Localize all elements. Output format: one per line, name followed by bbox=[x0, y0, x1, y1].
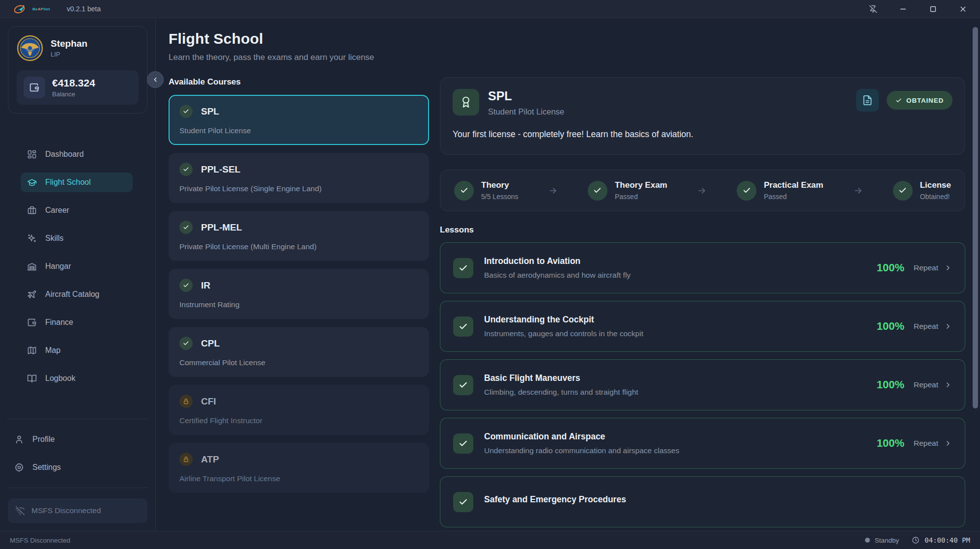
balance-box: €418.324 Balance bbox=[17, 70, 139, 105]
sidebar-item-profile[interactable]: Profile bbox=[8, 430, 147, 449]
chevron-right-icon[interactable] bbox=[944, 381, 952, 389]
maximize-button[interactable] bbox=[929, 5, 937, 13]
course-card-ir[interactable]: IR Instrument Rating bbox=[169, 269, 429, 319]
course-card-spl[interactable]: SPL Student Pilot License bbox=[169, 95, 429, 145]
course-card-ppl-sel[interactable]: PPL-SEL Private Pilot License (Single En… bbox=[169, 153, 429, 203]
course-card-atp[interactable]: ATP Airline Transport Pilot License bbox=[169, 443, 429, 493]
sidebar-item-settings[interactable]: Settings bbox=[8, 458, 147, 477]
scrollbar-thumb[interactable] bbox=[973, 27, 978, 408]
courses-column: Available Courses SPL Student Pilot Lice… bbox=[169, 77, 429, 527]
nav-item-label: Map bbox=[45, 346, 60, 355]
award-icon bbox=[453, 89, 479, 116]
sidebar-item-dashboard[interactable]: Dashboard bbox=[21, 144, 133, 164]
sidebar-item-finance[interactable]: Finance bbox=[21, 313, 133, 332]
lock-icon bbox=[179, 453, 193, 466]
course-code: CPL bbox=[201, 338, 220, 349]
lesson-card[interactable]: Understanding the Cockpit Instruments, g… bbox=[440, 301, 965, 352]
step-label: Practical Exam bbox=[764, 180, 823, 190]
lesson-card[interactable]: Safety and Emergency Procedures bbox=[440, 476, 965, 527]
lesson-repeat-button[interactable]: Repeat bbox=[914, 380, 938, 389]
lesson-check-icon bbox=[453, 433, 473, 454]
avatar bbox=[17, 35, 43, 61]
detail-course-name: Student Pilot License bbox=[488, 107, 564, 116]
arrow-right-icon bbox=[853, 186, 863, 196]
sidebar-divider bbox=[7, 419, 148, 419]
chevron-left-icon bbox=[152, 76, 159, 83]
lesson-description: Understanding radio communication and ai… bbox=[484, 446, 679, 455]
sidebar-item-career[interactable]: Career bbox=[21, 201, 133, 220]
course-overview-card: SPL Student Pilot License OBTAINED bbox=[440, 77, 965, 155]
app-window: BeAPilot v0.2.1 beta bbox=[0, 0, 980, 549]
sparkles-icon bbox=[27, 233, 37, 243]
profile-name: Stephan bbox=[51, 38, 87, 49]
sidebar: Stephan LIP €418.324 Balance Dashboard bbox=[0, 18, 156, 531]
course-card-cpl[interactable]: CPL Commercial Pilot License bbox=[169, 327, 429, 377]
pin-off-icon[interactable] bbox=[869, 5, 877, 13]
sidebar-nav: Dashboard Flight School Career Skills Ha… bbox=[8, 132, 147, 399]
msfs-connection-button[interactable]: MSFS Disconnected bbox=[8, 498, 147, 523]
check-circle-icon bbox=[179, 163, 193, 176]
progress-step: Practical Exam Passed bbox=[737, 180, 823, 201]
lesson-repeat-button[interactable]: Repeat bbox=[914, 322, 938, 331]
wallet-icon bbox=[27, 318, 37, 327]
chevron-right-icon[interactable] bbox=[944, 322, 952, 330]
sidebar-item-flight-school[interactable]: Flight School bbox=[21, 173, 133, 192]
lesson-repeat-button[interactable]: Repeat bbox=[914, 439, 938, 448]
status-badge: OBTAINED bbox=[887, 91, 952, 110]
course-name: Instrument Rating bbox=[179, 300, 418, 309]
close-button[interactable] bbox=[959, 5, 967, 13]
clock-icon bbox=[912, 536, 920, 544]
course-code: PPL-SEL bbox=[201, 164, 240, 175]
lesson-repeat-button[interactable]: Repeat bbox=[914, 263, 938, 272]
chevron-right-icon[interactable] bbox=[944, 439, 952, 447]
nav-item-label: Logbook bbox=[45, 374, 75, 383]
step-label: Theory Exam bbox=[615, 180, 667, 190]
lesson-progress: 100% bbox=[877, 437, 904, 450]
course-name: Private Pilot License (Multi Engine Land… bbox=[179, 242, 418, 251]
status-dot-icon bbox=[865, 538, 870, 543]
lesson-check-icon bbox=[453, 317, 473, 337]
course-code: SPL bbox=[201, 106, 219, 117]
sidebar-item-logbook[interactable]: Logbook bbox=[21, 369, 133, 388]
gear-icon bbox=[14, 462, 24, 472]
course-name: Student Pilot License bbox=[179, 126, 418, 135]
sidebar-item-map[interactable]: Map bbox=[21, 341, 133, 360]
graduation-cap-icon bbox=[27, 177, 37, 187]
chevron-right-icon[interactable] bbox=[944, 264, 952, 272]
license-document-button[interactable] bbox=[856, 89, 879, 112]
sidebar-item-skills[interactable]: Skills bbox=[21, 229, 133, 248]
sidebar-item-hangar[interactable]: Hangar bbox=[21, 257, 133, 276]
step-sublabel: 5/5 Lessons bbox=[481, 193, 519, 201]
lesson-progress: 100% bbox=[877, 378, 904, 391]
nav-item-label: Aircraft Catalog bbox=[45, 290, 99, 299]
lesson-card[interactable]: Basic Flight Maneuvers Climbing, descend… bbox=[440, 359, 965, 410]
nav-item-label: Profile bbox=[32, 435, 55, 444]
statusbar: MSFS Disconnected Standby 04:00:40 PM bbox=[0, 531, 980, 549]
course-code: CFI bbox=[201, 396, 216, 407]
check-circle-icon bbox=[179, 337, 193, 350]
main-content: Flight School Learn the theory, pass the… bbox=[156, 18, 980, 531]
lesson-progress: 100% bbox=[877, 261, 904, 274]
lesson-check-icon bbox=[453, 492, 473, 512]
step-sublabel: Passed bbox=[764, 193, 823, 201]
lesson-title: Communication and Airspace bbox=[484, 432, 679, 442]
wallet-icon bbox=[24, 77, 45, 98]
arrow-right-icon bbox=[697, 186, 707, 196]
lesson-card[interactable]: Introduction to Aviation Basics of aerod… bbox=[440, 242, 965, 293]
lesson-list: Introduction to Aviation Basics of aerod… bbox=[440, 242, 965, 527]
wifi-off-icon bbox=[15, 506, 25, 516]
course-card-cfi[interactable]: CFI Certified Flight Instructor bbox=[169, 385, 429, 435]
map-icon bbox=[27, 346, 37, 355]
sidebar-collapse-button[interactable] bbox=[147, 71, 164, 88]
lesson-title: Introduction to Aviation bbox=[484, 256, 631, 266]
nav-item-label: Skills bbox=[45, 234, 63, 243]
course-list: SPL Student Pilot License PPL-SEL Privat… bbox=[169, 95, 429, 493]
sidebar-item-aircraft-catalog[interactable]: Aircraft Catalog bbox=[21, 285, 133, 304]
nav-item-label: Finance bbox=[45, 318, 73, 327]
course-card-ppl-mel[interactable]: PPL-MEL Private Pilot License (Multi Eng… bbox=[169, 211, 429, 261]
course-detail-column: SPL Student Pilot License OBTAINED bbox=[440, 77, 965, 527]
lesson-card[interactable]: Communication and Airspace Understanding… bbox=[440, 418, 965, 469]
progress-step: Theory Exam Passed bbox=[588, 180, 667, 201]
minimize-button[interactable] bbox=[899, 5, 907, 13]
progress-step: License Obtained! bbox=[893, 180, 951, 201]
